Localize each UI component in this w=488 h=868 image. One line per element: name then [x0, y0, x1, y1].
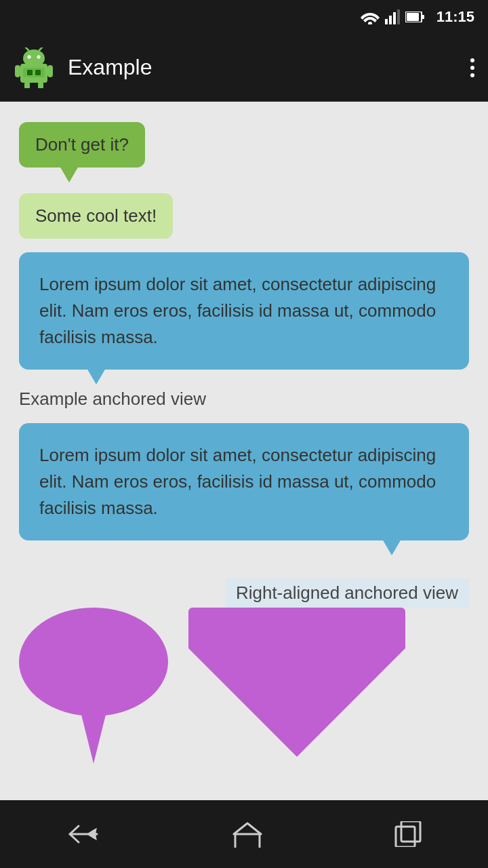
- purple-arrow-shape: [188, 608, 469, 757]
- bubble-blue-1: Lorem ipsum dolor sit amet, consectetur …: [19, 252, 469, 370]
- svg-rect-23: [396, 827, 415, 847]
- purple-shapes-row: [19, 608, 469, 757]
- svg-point-11: [37, 55, 41, 58]
- status-bar: 11:15: [0, 0, 488, 34]
- app-icon: [14, 47, 54, 88]
- svg-point-9: [23, 50, 45, 67]
- bubble-green-1-text: Don't get it?: [35, 134, 129, 155]
- purple-arrow-top: [188, 608, 405, 648]
- back-button[interactable]: [66, 823, 100, 846]
- svg-point-0: [368, 22, 372, 24]
- status-icons: 11:15: [361, 8, 474, 26]
- svg-point-10: [28, 55, 31, 58]
- bubble-blue-1-text: Lorem ipsum dolor sit amet, consectetur …: [39, 274, 436, 347]
- status-time: 11:15: [436, 8, 474, 26]
- overflow-dot-3: [470, 73, 474, 77]
- anchored-label-2: Right-aligned anchored view: [225, 578, 469, 608]
- overflow-dot-2: [470, 66, 474, 70]
- svg-rect-6: [422, 15, 424, 19]
- bubble-green-2-container: Some cool text!: [19, 174, 469, 239]
- bubble-blue-2-container: Lorem ipsum dolor sit amet, consectetur …: [19, 423, 469, 540]
- svg-rect-19: [27, 70, 33, 75]
- svg-rect-21: [235, 834, 260, 848]
- purple-arrow-bottom: [188, 648, 405, 757]
- recents-button[interactable]: [394, 821, 422, 847]
- signal-icon: [385, 9, 400, 24]
- bubble-blue-1-container: Lorem ipsum dolor sit amet, consectetur …: [19, 252, 469, 370]
- content-area: Don't get it? Some cool text! Lorem ipsu…: [0, 102, 488, 800]
- svg-rect-18: [23, 68, 45, 77]
- overflow-menu-button[interactable]: [470, 58, 474, 77]
- svg-rect-1: [385, 19, 388, 24]
- battery-icon: [405, 12, 424, 22]
- bubble-green-2: Some cool text!: [19, 193, 173, 239]
- svg-rect-4: [397, 9, 400, 24]
- bubble-green-1: Don't get it?: [19, 122, 145, 167]
- anchored-label-1: Example anchored view: [19, 389, 469, 410]
- purple-speech-bubble: [19, 608, 168, 716]
- home-button[interactable]: [232, 821, 262, 848]
- svg-rect-20: [35, 70, 41, 75]
- svg-rect-17: [38, 81, 43, 88]
- app-title: Example: [68, 55, 470, 80]
- svg-rect-7: [407, 13, 419, 21]
- svg-rect-16: [24, 81, 30, 88]
- svg-rect-22: [401, 821, 420, 842]
- wifi-icon: [361, 9, 380, 24]
- svg-line-12: [24, 47, 28, 50]
- svg-rect-2: [389, 16, 392, 24]
- bubble-green-2-text: Some cool text!: [35, 205, 157, 226]
- svg-rect-3: [393, 12, 396, 24]
- navigation-bar: [0, 800, 488, 868]
- overflow-dot-1: [470, 58, 474, 62]
- bubble-blue-2-text: Lorem ipsum dolor sit amet, consectetur …: [39, 445, 436, 518]
- bubble-green-1-container: Don't get it?: [19, 122, 469, 167]
- bubble-blue-2: Lorem ipsum dolor sit amet, consectetur …: [19, 423, 469, 540]
- svg-rect-14: [15, 65, 20, 77]
- svg-rect-15: [47, 65, 53, 77]
- svg-line-13: [39, 47, 43, 50]
- action-bar: Example: [0, 34, 488, 102]
